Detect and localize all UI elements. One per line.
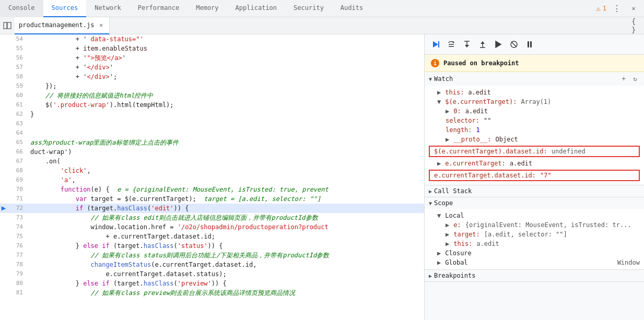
scope-label: Scope <box>434 199 453 207</box>
scope-global-header[interactable]: ▶ Global Window <box>425 258 644 267</box>
pause-on-exceptions-button[interactable] <box>523 38 536 51</box>
svg-line-15 <box>511 42 517 47</box>
table-row: 63 <box>0 119 424 128</box>
table-row: 64 <box>0 128 424 138</box>
file-tab-productmanagement[interactable]: productmanagement.js ✕ <box>15 17 110 34</box>
table-row: 61 $('.product-wrap').html(tempHtml); <box>0 100 424 110</box>
table-row: 70 function(e) { e = {originalEvent: Mou… <box>0 185 424 194</box>
tab-network[interactable]: Network <box>86 0 130 17</box>
watch-content: ▶ this: a.edit ▼ $(e.currentTarget): Arr… <box>425 86 644 185</box>
file-tabs-right: { } <box>631 19 644 32</box>
scope-closure-header[interactable]: ▶ Closure <box>425 248 644 258</box>
close-devtools-button[interactable]: ✕ <box>627 2 640 15</box>
table-row: 66 duct-wrap') <box>0 147 424 157</box>
table-row: 76 } else if (target.hasClass('status'))… <box>0 241 424 251</box>
tab-console[interactable]: Console <box>0 0 43 17</box>
top-tab-bar: Console Sources Network Performance Memo… <box>0 0 644 17</box>
warning-count: 1 <box>603 5 606 12</box>
panel-sections-container[interactable]: ▼ Watch + ↻ ▶ this: a.edit <box>425 72 644 320</box>
table-row: 68 'click', <box>0 166 424 175</box>
scope-item-e[interactable]: ▶ e: {originalEvent: MouseEvent, isTrust… <box>425 220 644 230</box>
watch-item-ecurrenttarget-dataset-id-boxed[interactable]: e.currentTarget.dataset.id: "7" <box>429 170 640 181</box>
scope-item-target[interactable]: ▶ target: [a.edit, selector: ""] <box>425 230 644 239</box>
breakpoints-triangle: ▶ <box>429 273 432 279</box>
watch-item-currenttarget[interactable]: ▼ $(e.currentTarget): Array(1) <box>425 97 644 106</box>
top-tabs-right: ⚠ 1 ⋮ ✕ <box>596 2 644 15</box>
svg-rect-1 <box>7 22 11 29</box>
deactivate-breakpoints-button[interactable] <box>507 38 521 51</box>
call-stack-section: ▶ Call Stack <box>425 185 644 197</box>
resume-button[interactable] <box>429 38 442 51</box>
file-tab-bar: productmanagement.js ✕ { } <box>0 17 644 34</box>
tab-application[interactable]: Application <box>227 0 285 17</box>
watch-item-selector[interactable]: selector: "" <box>425 116 644 125</box>
scope-triangle: ▼ <box>429 200 432 206</box>
debug-toolbar <box>425 34 644 55</box>
table-row: 69 'a', <box>0 175 424 185</box>
table-row: 55 + item.enableStatus <box>0 44 424 53</box>
table-row: 60 // 将拼接好的信息赋值进html控件中 <box>0 91 424 100</box>
table-row: 81 // 如果有class preview则去前台展示系统该商品详情页预览商品… <box>0 288 424 298</box>
right-panel: i Paused on breakpoint ▼ Watch + ↻ ▶ <box>425 34 644 320</box>
table-row: 71 var target = $(e.currentTarget); targ… <box>0 194 424 204</box>
tab-performance[interactable]: Performance <box>130 0 188 17</box>
watch-item-length[interactable]: length: 1 <box>425 125 644 135</box>
svg-rect-16 <box>528 41 529 48</box>
table-row: 54 + ' data-status="' <box>0 34 424 44</box>
scope-local-header[interactable]: ▼ Local <box>425 211 644 220</box>
breakpoints-label: Breakpoints <box>434 272 475 279</box>
tab-audits[interactable]: Audits <box>332 0 371 17</box>
step-into-button[interactable] <box>460 38 474 51</box>
table-row: 59 }); <box>0 81 424 91</box>
execution-arrow: ▶ <box>2 204 6 212</box>
step-over-button[interactable] <box>444 38 458 51</box>
warning-badge: ⚠ 1 <box>596 4 606 13</box>
svg-marker-11 <box>481 41 485 44</box>
watch-item-dataset-id-boxed[interactable]: $(e.currentTarget).dataset.id: undefined <box>429 146 640 157</box>
svg-rect-0 <box>4 22 7 29</box>
more-options-button[interactable]: ⋮ <box>611 2 623 15</box>
table-row: 73 // 如果有class edit则点击就进入店铺信息编辑页面，并带有pro… <box>0 213 424 222</box>
code-area[interactable]: 54 + ' data-status="' 55 + item.enableSt… <box>0 34 424 320</box>
call-stack-header[interactable]: ▶ Call Stack <box>425 185 644 197</box>
add-watch-button[interactable]: + <box>619 74 628 84</box>
step-out-button[interactable] <box>476 38 489 51</box>
refresh-watch-button[interactable]: ↻ <box>630 74 640 84</box>
paused-message: Paused on breakpoint <box>443 60 519 67</box>
watch-item-this[interactable]: ▶ this: a.edit <box>425 88 644 97</box>
tab-memory[interactable]: Memory <box>188 0 227 17</box>
file-tab-name: productmanagement.js <box>19 21 95 29</box>
table-row: 67 .on( <box>0 157 424 166</box>
watch-label: Watch <box>434 75 453 82</box>
code-panel: 54 + ' data-status="' 55 + item.enableSt… <box>0 34 425 320</box>
warning-icon: ⚠ <box>596 4 600 13</box>
table-row: 79 e.currentTarget.dataset.status); <box>0 269 424 279</box>
sidebar-toggle[interactable] <box>0 17 15 34</box>
watch-item-ecurrenttarget[interactable]: ▶ e.currentTarget: a.edit <box>425 159 644 168</box>
scope-item-this[interactable]: ▶ this: a.edit <box>425 239 644 248</box>
table-row: 56 + '">预览</a>' <box>0 53 424 63</box>
watch-item-proto[interactable]: ▶ __proto__: Object <box>425 135 644 144</box>
info-icon: i <box>431 59 439 67</box>
svg-rect-17 <box>530 41 532 48</box>
tab-sources[interactable]: Sources <box>43 0 87 17</box>
step-button[interactable] <box>491 38 505 51</box>
svg-marker-8 <box>465 45 469 48</box>
format-button[interactable]: { } <box>631 19 644 32</box>
svg-rect-3 <box>438 41 439 48</box>
watch-item-0[interactable]: ▶ 0: a.edit <box>425 106 644 116</box>
table-row: ▶ 72 if (target.hasClass('edit')) { <box>0 204 424 213</box>
watch-triangle: ▼ <box>429 76 432 82</box>
table-row: 75 + e.currentTarget.dataset.id; <box>0 232 424 241</box>
watch-section: ▼ Watch + ↻ ▶ this: a.edit <box>425 72 644 185</box>
file-tab-close-button[interactable]: ✕ <box>98 21 105 29</box>
svg-marker-13 <box>496 41 501 48</box>
breakpoints-header[interactable]: ▶ Breakpoints <box>425 270 644 281</box>
table-row: 74 window.location.href = '/o2o/shopadmi… <box>0 222 424 232</box>
scope-header[interactable]: ▼ Scope <box>425 197 644 209</box>
watch-header[interactable]: ▼ Watch + ↻ <box>425 72 644 86</box>
callstack-triangle: ▶ <box>429 188 432 194</box>
call-stack-label: Call Stack <box>434 187 472 195</box>
watch-actions: + ↻ <box>619 74 640 84</box>
tab-security[interactable]: Security <box>285 0 332 17</box>
